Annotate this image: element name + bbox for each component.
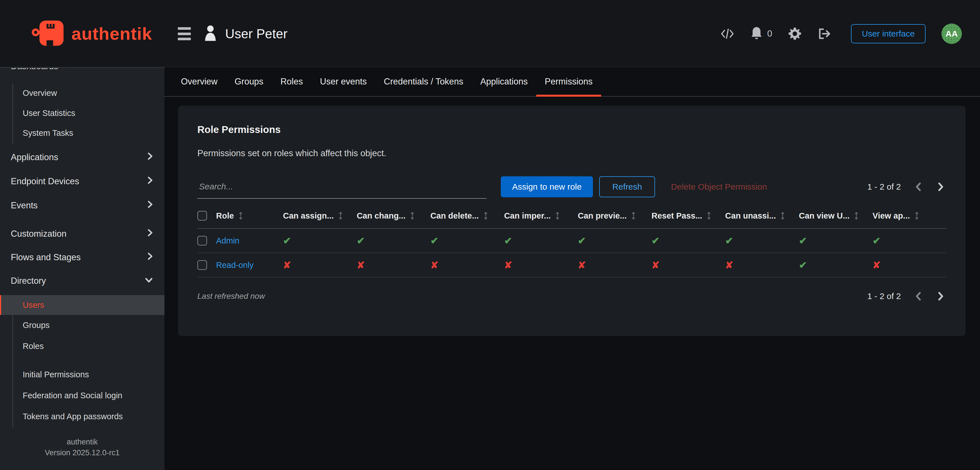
- refresh-button[interactable]: Refresh: [599, 176, 655, 197]
- permission-cell: ✔: [799, 259, 873, 271]
- column-header-can-delete[interactable]: Can delete...: [430, 211, 504, 221]
- column-header-can-preview[interactable]: Can previe...: [578, 211, 652, 221]
- footer-app-name: authentik: [0, 437, 164, 447]
- sidebar-item-applications[interactable]: Applications: [0, 146, 164, 169]
- sidebar-item-overview[interactable]: Overview: [0, 83, 164, 103]
- page-title: User Peter: [225, 26, 288, 41]
- authentik-wordmark: authentik: [72, 24, 152, 44]
- sidebar-item-initial-permissions[interactable]: Initial Permissions: [0, 364, 164, 385]
- column-header-role[interactable]: Role: [216, 211, 283, 221]
- table-row-admin: Admin ✔ ✔ ✔ ✔ ✔ ✔ ✔ ✔ ✔: [197, 229, 946, 253]
- permission-cell: ✔: [651, 235, 725, 246]
- sort-icon: [410, 211, 415, 220]
- row-checkbox[interactable]: [197, 260, 207, 270]
- column-header-can-view-user[interactable]: Can view U...: [799, 211, 873, 221]
- sidebar-item-users[interactable]: Users: [0, 295, 164, 315]
- tab-user-events[interactable]: User events: [311, 67, 375, 96]
- footer-version: Version 2025.12.0-rc1: [0, 447, 164, 458]
- table-header-row: Role Can assign... Can chang... Can dele…: [197, 203, 946, 229]
- sidebar-item-roles[interactable]: Roles: [0, 336, 164, 356]
- sort-icon: [780, 211, 785, 220]
- sidebar-item-flows-and-stages[interactable]: Flows and Stages: [0, 246, 164, 269]
- column-header-can-unassign[interactable]: Can unassi...: [725, 211, 799, 221]
- sort-icon: [706, 211, 711, 220]
- notifications-button[interactable]: 0: [751, 26, 772, 41]
- sidebar-item-federation-social-login[interactable]: Federation and Social login: [0, 385, 164, 406]
- sidebar-item-endpoint-devices[interactable]: Endpoint Devices: [0, 170, 164, 193]
- tab-overview[interactable]: Overview: [172, 67, 226, 96]
- sidebar-item-groups[interactable]: Groups: [0, 315, 164, 335]
- settings-gear-icon[interactable]: [788, 27, 802, 41]
- assign-to-new-role-button[interactable]: Assign to new role: [501, 176, 593, 197]
- pagination-next-button[interactable]: [935, 180, 946, 194]
- sidebar-item-user-statistics[interactable]: User Statistics: [0, 103, 164, 123]
- permission-cell: ✔: [357, 235, 430, 246]
- avatar[interactable]: AA: [942, 24, 962, 44]
- sidebar-item-tokens-app-passwords[interactable]: Tokens and App passwords: [0, 406, 164, 427]
- delete-object-permission-button[interactable]: Delete Object Permission: [671, 182, 767, 192]
- role-link-read-only[interactable]: Read-only: [216, 260, 283, 270]
- chevron-right-icon: [146, 175, 154, 187]
- permission-cell: ✔: [725, 235, 799, 246]
- last-refreshed-label: Last refreshed now: [197, 292, 265, 301]
- authentik-logo-icon: [32, 19, 65, 48]
- sign-out-icon[interactable]: [818, 27, 831, 40]
- permission-cell: ✘: [283, 259, 357, 271]
- permission-cell: ✔: [504, 235, 578, 246]
- column-header-can-assign[interactable]: Can assign...: [283, 211, 357, 221]
- tab-roles[interactable]: Roles: [272, 67, 311, 96]
- tab-groups[interactable]: Groups: [226, 67, 272, 96]
- user-interface-button[interactable]: User interface: [851, 24, 926, 43]
- authentik-logo[interactable]: authentik: [32, 0, 152, 67]
- select-all-checkbox[interactable]: [197, 211, 207, 221]
- top-header: authentik User Peter: [0, 0, 980, 67]
- search-input[interactable]: [197, 175, 487, 199]
- role-permissions-table: Role Can assign... Can chang... Can dele…: [197, 203, 946, 278]
- bottom-pagination: 1 - 2 of 2: [867, 289, 946, 303]
- sidebar-toggle-button[interactable]: [178, 27, 191, 40]
- bell-icon: [751, 26, 762, 41]
- row-checkbox[interactable]: [197, 236, 207, 246]
- permission-cell: ✘: [578, 259, 652, 271]
- chevron-right-icon: [146, 251, 154, 264]
- table-footer: Last refreshed now 1 - 2 of 2: [197, 285, 946, 308]
- user-icon: [203, 25, 218, 43]
- pagination-label: 1 - 2 of 2: [867, 291, 901, 301]
- column-header-can-impersonate[interactable]: Can imper...: [504, 211, 578, 221]
- sidebar-footer: authentik Version 2025.12.0-rc1: [0, 437, 164, 458]
- sidebar-item-dashboards-clipped[interactable]: Dashboards: [11, 68, 58, 74]
- user-detail-tabs: Overview Groups Roles User events Creden…: [164, 67, 980, 97]
- role-link-admin[interactable]: Admin: [216, 236, 283, 246]
- permission-cell: ✔: [873, 235, 946, 246]
- sort-icon: [484, 211, 488, 220]
- permission-cell: ✘: [504, 259, 578, 271]
- sidebar-item-events[interactable]: Events: [0, 194, 164, 217]
- tab-applications[interactable]: Applications: [472, 67, 536, 96]
- chevron-right-icon: [146, 151, 154, 163]
- permission-cell: ✔: [430, 235, 504, 246]
- sidebar-item-directory[interactable]: Directory: [0, 270, 164, 292]
- pagination-prev-button[interactable]: [913, 180, 924, 194]
- pagination-prev-button[interactable]: [913, 289, 924, 303]
- column-header-reset-password[interactable]: Reset Pass...: [651, 211, 725, 221]
- column-header-can-change[interactable]: Can chang...: [357, 211, 430, 221]
- sidebar-item-customization[interactable]: Customization: [0, 222, 164, 245]
- pagination-next-button[interactable]: [935, 289, 946, 303]
- sort-icon: [631, 211, 636, 220]
- permission-cell: ✘: [725, 259, 799, 271]
- sidebar-item-system-tasks[interactable]: System Tasks: [0, 123, 164, 143]
- sort-icon: [239, 211, 243, 220]
- sort-icon: [854, 211, 859, 220]
- tab-credentials-tokens[interactable]: Credentials / Tokens: [375, 67, 472, 96]
- chevron-right-icon: [146, 228, 154, 240]
- pagination-label: 1 - 2 of 2: [867, 182, 901, 192]
- permission-cell: ✔: [799, 235, 873, 246]
- chevron-right-icon: [146, 200, 154, 211]
- api-browser-icon[interactable]: [720, 27, 735, 40]
- column-header-view-app[interactable]: View ap...: [873, 211, 946, 221]
- permission-cell: ✘: [430, 259, 504, 271]
- permission-cell: ✔: [578, 235, 652, 246]
- top-pagination: 1 - 2 of 2: [867, 180, 946, 194]
- tab-permissions[interactable]: Permissions: [536, 67, 601, 96]
- sort-icon: [338, 211, 343, 220]
